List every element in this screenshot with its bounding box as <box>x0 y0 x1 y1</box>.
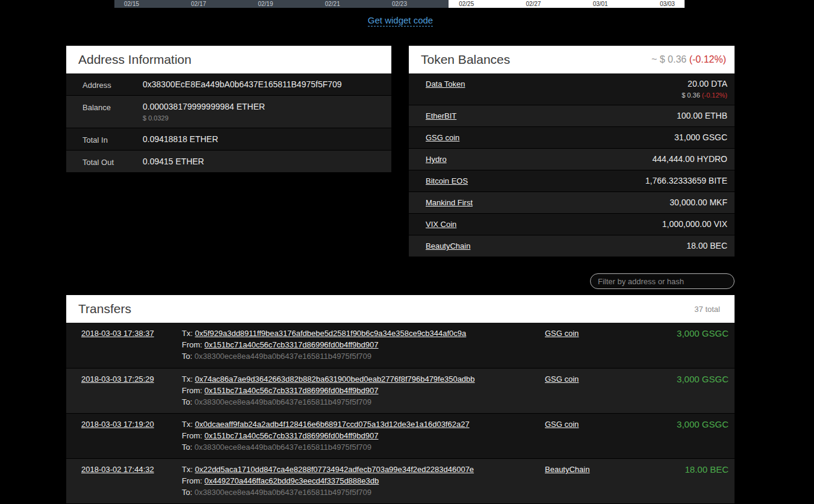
to-label: To: <box>182 397 192 406</box>
token-amounts: 1,000,000.00 VIX <box>662 219 727 229</box>
transfers-total-count: 37 total <box>694 305 720 314</box>
token-amount: 30,000.00 MKF <box>670 198 727 208</box>
tx-hash-link[interactable]: 0x22dd5aca1710dd847ca4e8288f07734942adfe… <box>195 465 474 474</box>
transfer-amount: 3,000 GSGC <box>677 328 729 339</box>
token-balances-title: Token Balances <box>421 52 510 67</box>
token-link[interactable]: BeautyChain <box>426 241 470 251</box>
transfer-tx-line: Tx: 0x22dd5aca1710dd847ca4e8288f07734942… <box>182 464 729 475</box>
token-amounts: 1,766.32333659 BITE <box>645 176 727 186</box>
token-amount: 18.00 BEC <box>686 241 727 251</box>
token-link[interactable]: EtherBIT <box>426 111 456 121</box>
token-link[interactable]: VIX Coin <box>426 219 456 229</box>
to-address: 0x38300ece8ea449ba0b6437e165811b4975f5f7… <box>194 397 371 406</box>
tx-label: Tx: <box>182 375 193 384</box>
transfer-token-link[interactable]: BeautyChain <box>545 464 589 475</box>
token-balance-row: Data Token 20.00 DTA $ 0.36 (-0.12%) <box>409 73 735 105</box>
to-label: To: <box>182 443 192 452</box>
from-label: From: <box>182 431 202 440</box>
info-value-text: 0.09415 ETHER <box>143 157 204 167</box>
filter-input[interactable] <box>590 273 735 289</box>
portfolio-usd-value: ~ $ 0.36 <box>651 54 689 64</box>
info-value: 0.000038179999999984 ETHER $ 0.0329 <box>143 102 265 122</box>
transfer-date-link[interactable]: 2018-03-02 17:44:32 <box>81 464 154 475</box>
token-link[interactable]: GSG coin <box>426 132 459 143</box>
transfer-from-line: From: 0x151bc71a40c56c7cb3317d86996fd0b4… <box>182 385 729 396</box>
token-amounts: 30,000.00 MKF <box>670 198 727 208</box>
token-link[interactable]: Hydro <box>426 154 447 164</box>
token-balance-row: GSG coin 31,000 GSGC <box>409 126 735 148</box>
token-amounts: 31,000 GSGC <box>674 132 727 143</box>
info-value-text: 0x38300EcE8Ea449bA0b6437E165811B4975f5F7… <box>143 79 342 90</box>
get-widget-code-link[interactable]: Get widget code <box>368 15 433 26</box>
address-info-rows: Address 0x38300EcE8Ea449bA0b6437E165811B… <box>66 73 391 172</box>
tx-label: Tx: <box>182 329 193 338</box>
transfer-row: 2018-03-03 17:19:20 Tx: 0x0dcaeaff9fab24… <box>66 413 735 458</box>
from-address-link[interactable]: 0x151bc71a40c56c7cb3317d86996fd0b4ff9bd9… <box>205 431 379 440</box>
token-balance-rows: Data Token 20.00 DTA $ 0.36 (-0.12%) Eth… <box>409 73 735 257</box>
transfer-row: 2018-03-02 17:44:32 Tx: 0x22dd5aca1710dd… <box>66 458 735 503</box>
token-amounts: 100.00 ETHB <box>677 111 727 121</box>
transfer-token-link[interactable]: GSG coin <box>545 418 579 430</box>
token-amount: 20.00 DTA <box>682 79 727 89</box>
token-amounts: 444,444.00 HYDRO <box>652 154 727 164</box>
token-amount: 1,000,000.00 VIX <box>662 219 727 229</box>
transfer-details: Tx: 0x22dd5aca1710dd847ca4e8288f07734942… <box>182 464 729 498</box>
token-balance-row: VIX Coin 1,000,000.00 VIX <box>409 213 735 235</box>
axis-tick-label: 02/25 <box>459 1 474 7</box>
token-link[interactable]: Data Token <box>426 79 465 99</box>
transfer-amount: 3,000 GSGC <box>677 418 729 430</box>
transfer-from-line: From: 0x151bc71a40c56c7cb3317d86996fd0b4… <box>182 430 729 441</box>
transfer-date-link[interactable]: 2018-03-03 17:25:29 <box>81 373 154 385</box>
token-balances-header: Token Balances ~ $ 0.36 (-0.12%) <box>409 46 735 73</box>
axis-tick-label: 02/17 <box>191 1 206 7</box>
tx-hash-link[interactable]: 0x0dcaeaff9fab24a2adb4f128416e6b68917ccd… <box>195 420 470 429</box>
transfer-from-line: From: 0x151bc71a40c56c7cb3317d86996fd0b4… <box>182 339 729 350</box>
token-usd-row: $ 0.36 (-0.12%) <box>682 92 727 99</box>
portfolio-change-percent: (-0.12%) <box>689 54 726 64</box>
address-info-row: Balance 0.000038179999999984 ETHER $ 0.0… <box>66 95 391 128</box>
tx-hash-link[interactable]: 0x5f929a3dd8911ff9bea3176afdbebe5d2581f9… <box>195 329 467 338</box>
from-address-link[interactable]: 0x151bc71a40c56c7cb3317d86996fd0b4ff9bd9… <box>205 340 379 349</box>
info-label: Balance <box>82 102 143 122</box>
from-address-link[interactable]: 0x151bc71a40c56c7cb3317d86996fd0b4ff9bd9… <box>205 386 379 395</box>
portfolio-total-value: ~ $ 0.36 (-0.12%) <box>651 54 726 65</box>
token-amounts: 20.00 DTA $ 0.36 (-0.12%) <box>682 79 727 99</box>
token-balances-panel: Token Balances ~ $ 0.36 (-0.12%) Data To… <box>409 46 735 257</box>
transfer-token-link[interactable]: GSG coin <box>545 373 579 385</box>
transfer-date-link[interactable]: 2018-03-03 17:38:37 <box>81 328 154 339</box>
token-change-percent: (-0.12%) <box>702 92 727 99</box>
transfer-date-link[interactable]: 2018-03-03 17:19:20 <box>81 418 154 430</box>
token-amount: 100.00 ETHB <box>677 111 727 121</box>
transfer-from-line: From: 0x449270a446ffac62bdd9c3eecd4f3375… <box>182 475 729 487</box>
token-balance-row: BeautyChain 18.00 BEC <box>409 235 735 257</box>
to-address: 0x38300ece8ea449ba0b6437e165811b4975f5f7… <box>194 443 371 452</box>
transfer-row: 2018-03-03 17:25:29 Tx: 0x74ac86a7ae9d36… <box>66 368 735 413</box>
tx-hash-link[interactable]: 0x74ac86a7ae9d3642663d82b882ba631900bed0… <box>195 375 475 384</box>
token-balance-row: Hydro 444,444.00 HYDRO <box>409 148 735 170</box>
axis-tick-label: 02/15 <box>124 1 139 7</box>
widget-link-row: Get widget code <box>66 15 735 26</box>
chart-tick-row: 02/15 02/17 02/19 02/21 02/23 02/25 02/2… <box>114 0 685 8</box>
transfer-amount: 3,000 GSGC <box>677 373 729 385</box>
token-amount: 31,000 GSGC <box>674 132 727 143</box>
from-address-link[interactable]: 0x449270a446ffac62bdd9c3eecd4f3375d888e3… <box>205 476 379 485</box>
address-information-title: Address Information <box>78 52 191 67</box>
info-usd-value: $ 0.0329 <box>143 114 265 122</box>
token-link[interactable]: Mankind First <box>426 198 473 208</box>
info-label: Address <box>82 79 143 90</box>
transfers-panel: Transfers 37 total 2018-03-03 17:38:37 T… <box>66 295 735 503</box>
transfer-rows: 2018-03-03 17:38:37 Tx: 0x5f929a3dd8911f… <box>66 323 735 503</box>
axis-tick-label: 03/03 <box>660 1 675 7</box>
token-link[interactable]: Bitcoin EOS <box>426 176 468 186</box>
address-info-row: Address 0x38300EcE8Ea449bA0b6437E165811B… <box>66 73 391 95</box>
token-amount: 444,444.00 HYDRO <box>652 154 727 164</box>
token-amounts: 18.00 BEC <box>686 241 727 251</box>
to-label: To: <box>182 488 192 497</box>
token-usd-value: $ 0.36 <box>682 92 702 99</box>
address-info-row: Total In 0.09418818 ETHER <box>66 128 391 150</box>
transfer-token-link[interactable]: GSG coin <box>545 328 579 339</box>
info-label: Total In <box>82 134 143 145</box>
from-label: From: <box>182 340 202 349</box>
transfer-to-line: To: 0x38300ece8ea449ba0b6437e165811b4975… <box>182 350 729 362</box>
axis-tick-label: 02/27 <box>526 1 541 7</box>
